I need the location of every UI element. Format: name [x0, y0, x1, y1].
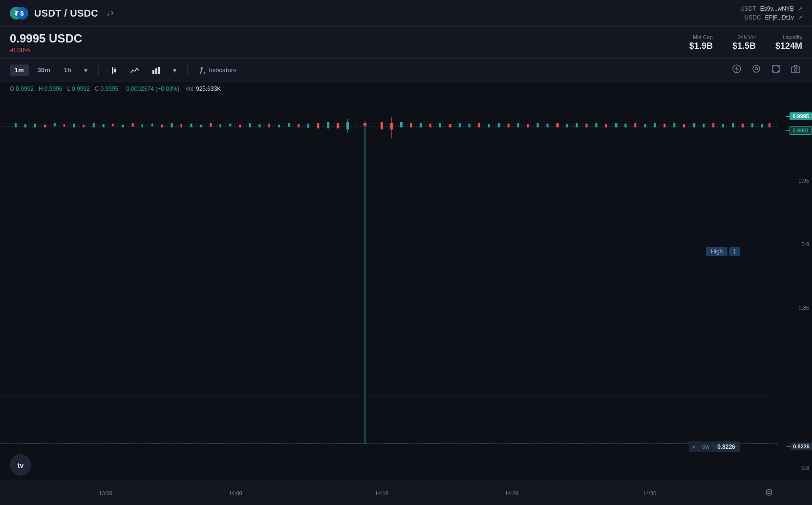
- usdt-label: USDT: [740, 5, 756, 12]
- usdc-external-icon: ↗: [798, 15, 802, 21]
- tradingview-logo[interactable]: tv: [10, 454, 31, 476]
- svg-rect-84: [517, 123, 519, 127]
- bar-chart-button[interactable]: [148, 64, 165, 77]
- time-1m-button[interactable]: 1m: [10, 64, 29, 76]
- svg-rect-65: [363, 123, 366, 126]
- swap-icon[interactable]: ⇄: [107, 9, 113, 18]
- vol-label: Vol: [185, 85, 193, 92]
- svg-rect-52: [249, 123, 251, 127]
- svg-rect-69: [390, 123, 393, 129]
- lightning-button[interactable]: [730, 63, 743, 78]
- c-label: C: [95, 85, 99, 92]
- svg-rect-68: [381, 122, 383, 129]
- svg-rect-11: [155, 68, 157, 74]
- liquidity-stat: Liquidity $124M: [775, 34, 802, 51]
- usdt-link[interactable]: USDT Es9v...wNYB ↗: [740, 5, 802, 12]
- svg-rect-96: [634, 123, 636, 127]
- vol-value: 925.633K: [196, 85, 221, 92]
- svg-point-15: [755, 68, 758, 70]
- circle-button[interactable]: [750, 63, 763, 78]
- indicators-button[interactable]: ƒx Indicators: [194, 63, 241, 77]
- pair-title: USDT / USDC: [34, 8, 98, 19]
- svg-rect-98: [654, 123, 656, 127]
- svg-rect-86: [537, 123, 539, 127]
- svg-rect-106: [732, 123, 734, 127]
- svg-rect-76: [439, 123, 441, 127]
- high-badge: High: [706, 247, 728, 256]
- chart-with-axis: ›: [0, 96, 812, 481]
- vol-value: $1.5B: [732, 41, 756, 51]
- high-num: 1: [729, 247, 740, 256]
- mkt-cap-label: Mkt Cap: [693, 34, 713, 40]
- svg-rect-82: [498, 123, 500, 127]
- svg-rect-29: [24, 124, 26, 127]
- svg-rect-34: [73, 124, 75, 127]
- svg-rect-80: [478, 123, 480, 127]
- chart-chevron-icon: ▾: [173, 66, 176, 74]
- camera-button[interactable]: [789, 63, 802, 78]
- chart-more-button[interactable]: ▾: [169, 64, 180, 76]
- svg-rect-31: [44, 125, 46, 127]
- usdc-link[interactable]: USDC EPjF...Dt1v ↗: [745, 14, 802, 21]
- svg-rect-4: [112, 68, 113, 73]
- ohlcv-change: 0.0002674 (+0.03%): [126, 85, 179, 92]
- time-30m-button[interactable]: 30m: [33, 64, 55, 76]
- svg-rect-44: [171, 123, 173, 127]
- svg-text:₮: ₮: [14, 10, 19, 17]
- svg-point-13: [733, 65, 741, 73]
- price-level-095: 0.95: [799, 178, 809, 184]
- svg-rect-16: [772, 65, 779, 72]
- svg-rect-46: [191, 124, 192, 127]
- low-arrow-icon: »: [689, 441, 699, 452]
- price-stats: Mkt Cap $1.9B 24h Vol $1.5B Liquidity $1…: [689, 34, 802, 51]
- svg-rect-62: [346, 122, 349, 129]
- svg-rect-59: [317, 123, 319, 128]
- svg-rect-95: [624, 124, 626, 127]
- expand-button[interactable]: [769, 63, 782, 78]
- svg-rect-36: [93, 123, 95, 127]
- svg-rect-92: [595, 123, 597, 127]
- svg-rect-33: [64, 124, 65, 126]
- time-1350: 13:50: [99, 490, 112, 496]
- svg-rect-91: [585, 124, 587, 127]
- svg-rect-50: [229, 124, 231, 126]
- high-label: High 1: [706, 247, 740, 256]
- current-price-tag: 0.9981: [786, 126, 812, 135]
- time-1h-button[interactable]: 1h: [59, 64, 76, 76]
- usdc-label: USDC: [745, 14, 761, 21]
- svg-rect-104: [712, 123, 714, 127]
- h-label: H: [39, 85, 43, 92]
- usdt-addr: Es9v...wNYB: [760, 5, 794, 12]
- svg-rect-74: [420, 123, 422, 127]
- time-1410: 14:10: [375, 490, 388, 496]
- price-main: 0.9995 USDC -0.08%: [10, 32, 689, 54]
- usdt-external-icon: ↗: [798, 6, 802, 12]
- liquidity-value: $124M: [775, 41, 802, 51]
- svg-rect-54: [268, 124, 270, 127]
- line-chart-button[interactable]: [126, 64, 144, 77]
- l-value: 0.9992: [72, 85, 90, 92]
- svg-rect-110: [769, 123, 770, 127]
- mkt-cap-value: $1.9B: [689, 41, 713, 51]
- time-more-button[interactable]: ▾: [80, 64, 91, 76]
- svg-rect-89: [566, 124, 568, 127]
- usdc-addr: EPjF...Dt1v: [765, 14, 794, 21]
- svg-rect-73: [410, 123, 412, 127]
- svg-rect-108: [751, 123, 753, 127]
- ohlcv-bar: O 0.9992 H 0.9996 L 0.9992 C 0.9995 0.00…: [0, 82, 812, 96]
- svg-rect-19: [0, 96, 777, 481]
- svg-rect-103: [703, 124, 705, 127]
- price-axis: 0.9995 0.9981 0.95 0.9 0.85 0.8226 0.8: [777, 96, 812, 481]
- svg-text:$: $: [20, 10, 24, 17]
- svg-rect-43: [161, 125, 163, 127]
- liquidity-label: Liquidity: [783, 34, 802, 40]
- chart-svg: [0, 96, 777, 481]
- svg-rect-42: [151, 124, 153, 126]
- svg-point-18: [794, 68, 797, 71]
- time-settings-icon[interactable]: [765, 488, 773, 498]
- toolbar-right: [730, 63, 802, 78]
- svg-point-112: [766, 489, 772, 495]
- candlestick-button[interactable]: [106, 64, 122, 77]
- price-bar: 0.9995 USDC -0.08% Mkt Cap $1.9B 24h Vol…: [0, 27, 812, 59]
- chart-area[interactable]: High 1 » ow 0.8226: [0, 96, 777, 481]
